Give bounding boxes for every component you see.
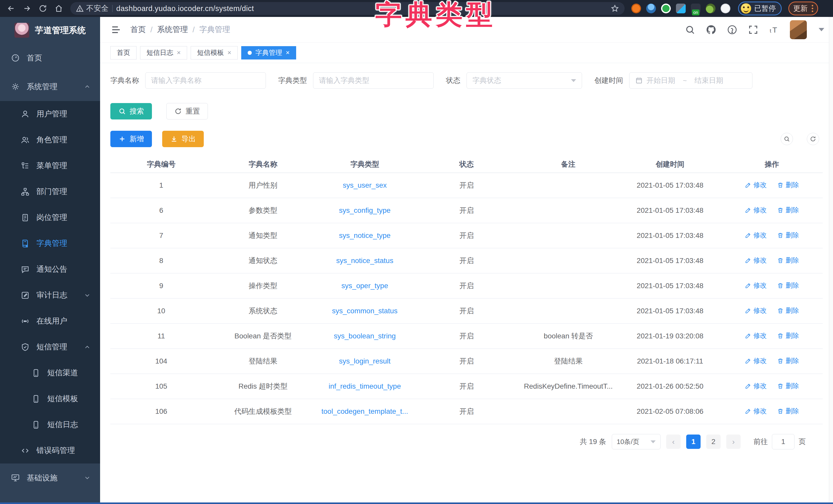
scrollbar-track[interactable] xyxy=(829,17,833,502)
sidebar-item-online-users[interactable]: 在线用户 xyxy=(0,308,100,334)
bookmark-star-icon[interactable] xyxy=(611,4,619,12)
edit-link[interactable]: 修改 xyxy=(745,281,767,290)
tab-dict-active[interactable]: 字典管理 × xyxy=(241,46,296,59)
sidebar-item-infrastructure[interactable]: 基础设施 xyxy=(0,463,100,492)
toggle-search-button[interactable] xyxy=(781,133,793,145)
recording-paused-badge[interactable]: 已暂停 xyxy=(738,2,782,16)
font-size-icon[interactable]: tT xyxy=(769,24,780,35)
dict-type-link[interactable]: sys_notice_type xyxy=(339,231,390,240)
sidebar-item-dict[interactable]: 字典管理 xyxy=(0,230,100,256)
dict-type-input[interactable] xyxy=(319,76,428,84)
close-icon[interactable]: × xyxy=(286,49,289,57)
sidebar-item-posts[interactable]: 岗位管理 xyxy=(0,205,100,230)
edit-link[interactable]: 修改 xyxy=(745,381,767,390)
delete-link[interactable]: 删除 xyxy=(777,331,799,340)
extension-icon-5[interactable]: on xyxy=(691,4,700,13)
url-text[interactable]: dashboard.yudao.iocoder.cn/system/dict xyxy=(116,4,254,13)
browser-reload-button[interactable] xyxy=(36,2,50,16)
address-bar[interactable]: 不安全 dashboard.yudao.iocoder.cn/system/di… xyxy=(70,2,625,15)
page-button-1[interactable]: 1 xyxy=(686,434,700,449)
prev-page-button[interactable]: ‹ xyxy=(666,434,681,449)
close-icon[interactable]: × xyxy=(177,49,181,57)
extension-icon-4[interactable] xyxy=(676,4,686,13)
sidebar-item-roles[interactable]: 角色管理 xyxy=(0,127,100,153)
sidebar-item-system[interactable]: 系统管理 xyxy=(0,72,100,101)
delete-link[interactable]: 删除 xyxy=(777,256,799,265)
tab-sms-template[interactable]: 短信模板 × xyxy=(191,46,238,59)
search-icon[interactable] xyxy=(685,24,695,35)
dict-type-link[interactable]: sys_boolean_string xyxy=(334,332,396,340)
sidebar-item-sms[interactable]: 短信管理 xyxy=(0,334,100,360)
edit-link[interactable]: 修改 xyxy=(745,256,767,265)
dict-type-link[interactable]: sys_user_sex xyxy=(343,181,387,189)
edit-link[interactable]: 修改 xyxy=(745,356,767,365)
page-size-select[interactable]: 10条/页 xyxy=(612,434,661,449)
delete-link[interactable]: 删除 xyxy=(777,356,799,365)
dict-name-input[interactable] xyxy=(151,76,260,84)
sidebar-item-audit-log[interactable]: 审计日志 xyxy=(0,282,100,308)
sidebar-item-home[interactable]: 首页 xyxy=(0,44,100,72)
sidebar-item-notices[interactable]: 通知公告 xyxy=(0,256,100,282)
delete-link[interactable]: 删除 xyxy=(777,381,799,390)
github-icon[interactable] xyxy=(706,24,716,35)
add-button[interactable]: 新增 xyxy=(110,131,152,147)
next-page-button[interactable]: › xyxy=(726,434,741,449)
sidebar-item-sms-template[interactable]: 短信模板 xyxy=(0,386,100,412)
dict-type-link[interactable]: sys_notice_status xyxy=(336,257,394,264)
tab-home[interactable]: 首页 xyxy=(110,46,137,59)
sidebar-item-users[interactable]: 用户管理 xyxy=(0,101,100,127)
edit-link[interactable]: 修改 xyxy=(745,407,767,415)
edit-link[interactable]: 修改 xyxy=(745,231,767,240)
breadcrumb-home[interactable]: 首页 xyxy=(130,24,146,35)
delete-link[interactable]: 删除 xyxy=(777,206,799,215)
refresh-table-button[interactable] xyxy=(807,133,819,145)
tab-sms-log[interactable]: 短信日志 × xyxy=(140,46,187,59)
site-security-badge[interactable]: 不安全 xyxy=(76,3,109,14)
dict-type-link[interactable]: tool_codegen_template_t... xyxy=(322,407,408,415)
extension-puzzle-icon[interactable] xyxy=(721,4,730,13)
user-menu-caret-icon[interactable] xyxy=(818,28,824,31)
search-button[interactable]: 搜索 xyxy=(110,103,152,120)
dict-type-link[interactable]: sys_oper_type xyxy=(341,282,388,290)
edit-link[interactable]: 修改 xyxy=(745,331,767,340)
browser-home-button[interactable] xyxy=(52,2,66,16)
sidebar-item-sms-log[interactable]: 短信日志 xyxy=(0,412,100,437)
browser-update-button[interactable]: 更新 xyxy=(788,2,818,16)
sidebar-item-departments[interactable]: 部门管理 xyxy=(0,179,100,205)
edit-link[interactable]: 修改 xyxy=(745,306,767,315)
hamburger-icon[interactable] xyxy=(110,24,122,35)
date-range-picker[interactable]: 开始日期 ~ 结束日期 xyxy=(629,72,753,89)
fullscreen-icon[interactable] xyxy=(748,24,759,35)
status-select[interactable]: 字典状态 xyxy=(467,72,582,89)
delete-link[interactable]: 删除 xyxy=(777,180,799,190)
browser-back-button[interactable] xyxy=(4,2,18,16)
dict-type-link[interactable]: sys_config_type xyxy=(339,206,390,214)
delete-link[interactable]: 删除 xyxy=(777,407,799,415)
breadcrumb-system[interactable]: 系统管理 xyxy=(157,24,188,35)
user-avatar[interactable] xyxy=(790,20,807,39)
export-button[interactable]: 导出 xyxy=(162,131,204,147)
delete-link[interactable]: 删除 xyxy=(777,231,799,240)
help-icon[interactable] xyxy=(727,24,738,35)
delete-link[interactable]: 删除 xyxy=(777,306,799,315)
goto-page-input[interactable] xyxy=(772,434,794,449)
sidebar-item-menus[interactable]: 菜单管理 xyxy=(0,153,100,179)
extension-icon-1[interactable] xyxy=(631,4,641,13)
extension-icon-6[interactable] xyxy=(706,4,715,13)
edit-link[interactable]: 修改 xyxy=(745,206,767,215)
sidebar-item-sms-channel[interactable]: 短信渠道 xyxy=(0,360,100,386)
dict-type-link[interactable]: sys_login_result xyxy=(339,357,390,365)
edit-link[interactable]: 修改 xyxy=(745,180,767,190)
extension-icon-3[interactable] xyxy=(661,4,671,13)
browser-menu-icon[interactable] xyxy=(812,5,813,12)
browser-forward-button[interactable] xyxy=(20,2,34,16)
close-icon[interactable]: × xyxy=(228,49,231,57)
delete-link[interactable]: 删除 xyxy=(777,281,799,290)
app-logo[interactable]: 芋道管理系统 xyxy=(0,17,100,44)
reset-button[interactable]: 重置 xyxy=(166,103,208,120)
page-button-2[interactable]: 2 xyxy=(706,434,721,449)
sidebar-item-error-codes[interactable]: 错误码管理 xyxy=(0,437,100,463)
dict-type-link[interactable]: inf_redis_timeout_type xyxy=(329,382,401,390)
extension-icon-2[interactable] xyxy=(646,4,656,13)
dict-type-link[interactable]: sys_common_status xyxy=(332,307,398,315)
